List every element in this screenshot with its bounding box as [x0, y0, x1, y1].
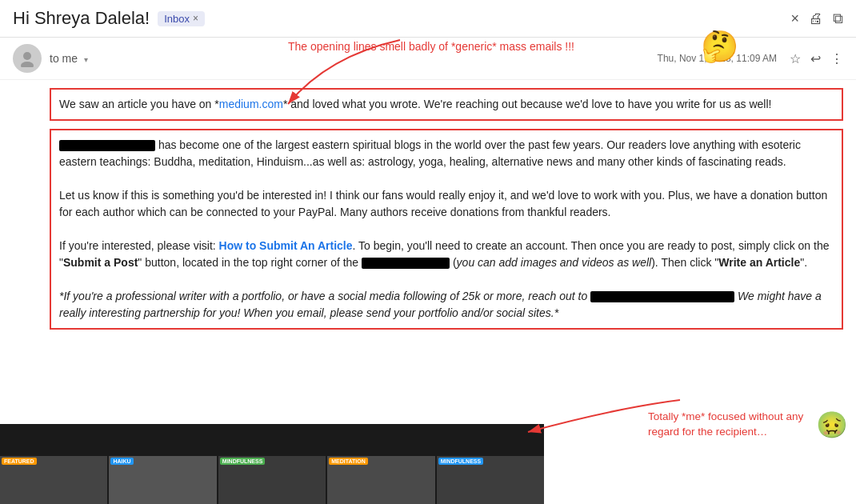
thumb-label-2: HAIKU [110, 458, 133, 465]
inbox-label: Inbox [164, 13, 190, 25]
thumb-label-4: MEDITATION [329, 458, 368, 465]
email-date: Thu, Nov 1, 2018, 11:09 AM [658, 53, 777, 64]
thumb-2: HAIKU [109, 456, 216, 504]
email-paragraph-2-box: has become one of the largest eastern sp… [50, 129, 843, 330]
redacted-sender-name [59, 140, 155, 151]
star-icon[interactable]: ☆ [790, 51, 801, 66]
thumb-label-3: MINDFULNESS [220, 458, 266, 465]
paragraph2-text: has become one of the largest eastern sp… [59, 138, 801, 168]
sender-row: to me ▾ Thu, Nov 1, 2018, 11:09 AM ☆ ↩ ⋮ [0, 38, 856, 80]
more-icon[interactable]: ⋮ [830, 51, 843, 66]
thumbnail-strip: FEATURED HAIKU MINDFULNESS MEDITATION MI… [0, 456, 544, 504]
paragraph1-text: We saw an article you have on *medium.co… [59, 98, 771, 110]
svg-point-0 [23, 52, 31, 60]
avatar [13, 44, 42, 73]
medium-link[interactable]: medium.com [219, 98, 283, 110]
email-image-strip: FEATURED HAIKU MINDFULNESS MEDITATION MI… [0, 424, 544, 504]
sender-info: to me ▾ [50, 51, 88, 66]
sender-dropdown-icon[interactable]: ▾ [84, 55, 88, 64]
close-icon[interactable]: × [790, 10, 799, 27]
email-body: We saw an article you have on *medium.co… [0, 80, 856, 504]
email-title: Hi Shreya Dalela! [13, 8, 150, 29]
paragraph2: has become one of the largest eastern sp… [59, 137, 834, 170]
popout-icon[interactable]: ⧉ [833, 10, 843, 27]
print-icon[interactable]: 🖨 [809, 10, 823, 27]
email-paragraph-1-box: We saw an article you have on *medium.co… [50, 88, 843, 121]
paragraph3: Let us know if this is something you'd b… [59, 187, 834, 221]
submit-post-bold: Submit a Post [63, 256, 138, 269]
submit-article-link[interactable]: How to Submit An Article [219, 239, 353, 252]
italic-note: you can add images and videos as well [457, 256, 652, 269]
svg-point-1 [21, 62, 34, 67]
thumb-1: FEATURED [0, 456, 107, 504]
sender-to-label[interactable]: to me [50, 52, 78, 65]
email-header: Hi Shreya Dalela! Inbox × × 🖨 ⧉ [0, 0, 856, 38]
thumb-label-5: MINDFULNESS [438, 458, 484, 465]
badge-close-icon[interactable]: × [193, 13, 198, 24]
reply-icon[interactable]: ↩ [810, 51, 821, 66]
thumb-3: MINDFULNESS [218, 456, 326, 504]
thumb-5: MINDFULNESS [437, 456, 544, 504]
redacted-contact [590, 291, 734, 302]
thumb-4: MEDITATION [327, 456, 434, 504]
paragraph5: *If you're a professional writer with a … [59, 288, 834, 322]
paragraph4: If you're interested, please visit: How … [59, 238, 834, 271]
header-actions: × 🖨 ⧉ [790, 10, 843, 27]
action-icons: ☆ ↩ ⋮ [790, 51, 843, 66]
write-article-bold: Write an Article [718, 256, 800, 269]
thumb-label-1: FEATURED [2, 458, 37, 465]
redacted-site-name [362, 258, 450, 269]
inbox-badge[interactable]: Inbox × [158, 11, 205, 26]
